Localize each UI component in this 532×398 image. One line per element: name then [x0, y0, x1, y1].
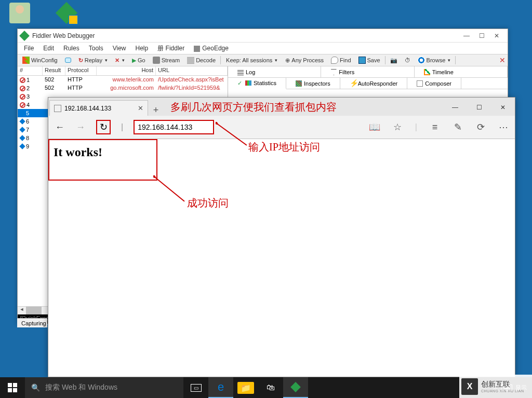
- menu-file[interactable]: File: [20, 44, 38, 53]
- tool-close-toolbar[interactable]: ✕: [499, 56, 506, 64]
- start-button[interactable]: [0, 377, 25, 398]
- fiddler-title: Fiddler Web Debugger: [32, 32, 463, 39]
- back-button[interactable]: ←: [55, 122, 65, 132]
- sessions-header: # Result Protocol Host URL: [18, 66, 228, 76]
- taskbar-explorer[interactable]: 📁: [233, 377, 258, 398]
- tab-close-icon[interactable]: ✕: [138, 104, 143, 112]
- tool-save[interactable]: Save: [356, 56, 383, 64]
- share-icon[interactable]: ⟳: [475, 122, 486, 132]
- watermark-subtext: CHUANG XIN HU LIAN: [481, 389, 524, 393]
- watermark-logo: X: [461, 378, 478, 395]
- tool-decode[interactable]: Decode: [184, 56, 218, 64]
- menu-rules[interactable]: Rules: [59, 44, 84, 53]
- svg-rect-6: [8, 388, 12, 392]
- fiddler-status-bar: Capturing: [17, 318, 47, 327]
- page-icon: [54, 105, 61, 112]
- timeline-icon: [424, 69, 430, 75]
- inspect-icon: [296, 80, 302, 87]
- edge-tab[interactable]: 192.168.144.133 ✕: [49, 100, 148, 116]
- col-protocol[interactable]: Protocol: [65, 66, 97, 75]
- watermark: X 创新互联 CHUANG XIN HU LIAN: [459, 375, 532, 398]
- menu-geoedge[interactable]: GeoEdge: [190, 44, 233, 53]
- fiddler-title-bar: Fiddler Web Debugger — ☐ ✕: [18, 29, 508, 43]
- close-button[interactable]: ✕: [493, 32, 500, 39]
- favorite-icon[interactable]: ☆: [392, 122, 403, 132]
- tool-browse[interactable]: Browse: [415, 56, 454, 64]
- fiddler-app-icon: [19, 31, 30, 41]
- fiddler-menu-bar: File Edit Rules Tools View Help 册 Fiddle…: [18, 43, 508, 54]
- svg-rect-4: [8, 383, 12, 387]
- it-works-text: It works!: [54, 145, 152, 159]
- edge-minimize-button[interactable]: —: [443, 99, 467, 116]
- svg-rect-5: [13, 383, 17, 387]
- menu-edit[interactable]: Edit: [39, 44, 58, 53]
- tab-log[interactable]: Log: [228, 66, 321, 77]
- hub-icon[interactable]: ≡: [430, 122, 440, 132]
- menu-register-fiddler[interactable]: 册 Fiddler: [153, 43, 189, 54]
- session-row[interactable]: 1502HTTPwww.telerik.com/UpdateCheck.aspx…: [18, 76, 228, 84]
- new-tab-button[interactable]: +: [148, 105, 164, 116]
- menu-help[interactable]: Help: [131, 44, 153, 53]
- stats-icon: [245, 80, 251, 86]
- tool-timer[interactable]: ⏱: [402, 57, 413, 64]
- notes-icon[interactable]: ✎: [453, 122, 463, 132]
- tool-stream[interactable]: Stream: [150, 56, 182, 64]
- tool-winconfig[interactable]: WinConfig: [20, 56, 60, 64]
- minimize-button[interactable]: —: [463, 32, 470, 39]
- filter-icon: [330, 69, 337, 75]
- tool-screenshot[interactable]: 📷: [388, 57, 400, 64]
- capturing-label: Capturing: [21, 320, 46, 326]
- tab-inspectors[interactable]: Inspectors: [286, 78, 340, 89]
- fiddler-toolbar: WinConfig ↻Replay ✕ ▶Go Stream Decode Ke…: [18, 54, 508, 66]
- tab-autoresponder[interactable]: ⚡AutoResponder: [340, 78, 407, 89]
- edge-toolbar: ← → ↻ | 192.168.144.133 📖 ☆ | ≡ ✎ ⟳ ⋯: [48, 116, 515, 139]
- address-bar[interactable]: 192.168.144.133: [134, 120, 214, 134]
- tool-remove[interactable]: ✕: [112, 57, 127, 64]
- col-num[interactable]: #: [18, 66, 43, 75]
- autoresponder-icon: ⚡: [350, 80, 356, 87]
- watermark-text: 创新互联: [481, 380, 524, 389]
- taskbar-edge[interactable]: e: [208, 377, 233, 398]
- composer-icon: [417, 80, 423, 87]
- taskbar-search[interactable]: 🔍 搜索 Web 和 Windows: [25, 377, 183, 398]
- tab-composer[interactable]: Composer: [407, 78, 461, 89]
- edge-tab-title: 192.168.144.133: [64, 105, 111, 112]
- menu-view[interactable]: View: [109, 44, 130, 53]
- col-result[interactable]: Result: [43, 66, 65, 75]
- tool-any-process[interactable]: ⊕Any Process: [283, 57, 326, 64]
- tabs-row-1: Log Filters Timeline: [228, 66, 508, 78]
- menu-tools[interactable]: Tools: [85, 44, 108, 53]
- col-host[interactable]: Host: [97, 66, 156, 75]
- refresh-button[interactable]: ↻: [96, 120, 111, 134]
- forward-button[interactable]: →: [75, 122, 86, 132]
- tab-filters[interactable]: Filters: [321, 66, 414, 77]
- log-icon: [237, 69, 244, 75]
- tab-timeline[interactable]: Timeline: [415, 66, 508, 77]
- desktop-user-icon[interactable]: [9, 3, 30, 23]
- taskbar-store[interactable]: 🛍: [258, 377, 283, 398]
- page-content-highlight: It works!: [48, 139, 157, 181]
- tool-go[interactable]: ▶Go: [129, 57, 148, 64]
- search-icon: 🔍: [31, 383, 40, 392]
- edge-content: It works!: [48, 139, 515, 377]
- tab-statistics[interactable]: ✓Statistics: [228, 78, 286, 89]
- tool-keep-sessions[interactable]: Keep: All sessions: [223, 56, 281, 64]
- session-row[interactable]: 2502HTTPgo.microsoft.com/fwlink/?LinkId=…: [18, 84, 228, 92]
- taskbar-fiddler[interactable]: [283, 377, 308, 398]
- edge-tabs-bar: 192.168.144.133 ✕ + — ☐ ✕: [48, 98, 515, 116]
- tool-comment[interactable]: [62, 57, 74, 63]
- edge-maximize-button[interactable]: ☐: [467, 99, 491, 116]
- desktop-fiddler-icon[interactable]: [56, 3, 77, 23]
- col-url[interactable]: URL: [156, 66, 228, 75]
- taskbar: 🔍 搜索 Web 和 Windows ▭ e 📁 🛍 ︿ ⌨ 显示: [0, 377, 532, 398]
- edge-close-button[interactable]: ✕: [491, 99, 515, 116]
- task-view-button[interactable]: ▭: [183, 377, 208, 398]
- svg-rect-7: [13, 388, 17, 392]
- tabs-row-2: ✓Statistics Inspectors ⚡AutoResponder Co…: [228, 78, 508, 89]
- more-icon[interactable]: ⋯: [498, 122, 509, 132]
- tool-find[interactable]: Find: [328, 56, 353, 64]
- reading-icon[interactable]: 📖: [369, 122, 380, 132]
- maximize-button[interactable]: ☐: [478, 32, 485, 39]
- tool-replay[interactable]: ↻Replay: [76, 57, 110, 64]
- edge-window: 192.168.144.133 ✕ + — ☐ ✕ ← → ↻ | 192.16…: [48, 97, 515, 377]
